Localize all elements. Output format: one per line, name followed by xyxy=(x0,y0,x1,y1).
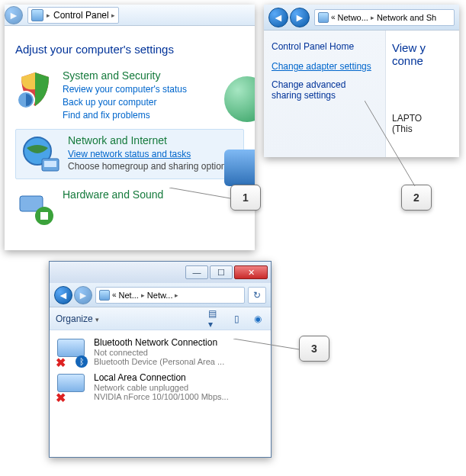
category-text: Hardware and Sound xyxy=(63,188,163,228)
connection-icon: ✖ xyxy=(56,372,88,403)
disconnected-icon: ✖ xyxy=(56,391,68,403)
hardware-icon xyxy=(15,188,55,228)
network-icon xyxy=(318,12,329,23)
disconnected-icon: ✖ xyxy=(56,355,68,368)
breadcrumb-item[interactable]: Net... xyxy=(119,291,139,300)
chevron-icon: ▸ xyxy=(371,14,374,21)
page-heading: Adjust your computer's settings xyxy=(15,43,244,56)
control-panel-icon xyxy=(31,9,43,21)
menu-label: Organize xyxy=(56,314,93,324)
connection-device: Bluetooth Device (Personal Area ... xyxy=(94,357,224,366)
network-icon xyxy=(99,290,110,301)
connections-list: ✖ ᛒ Bluetooth Network Connection Not con… xyxy=(50,330,271,457)
text-fragment: conne xyxy=(392,54,423,67)
network-connections-window: ― ☐ ✕ ◄ ► « Net... ▸ Netw... ▸ ↻ Organiz… xyxy=(49,261,272,458)
text-fragment: View y xyxy=(392,41,426,54)
category-network-internet[interactable]: Network and Internet View network status… xyxy=(15,129,244,179)
address-bar[interactable]: « Net... ▸ Netw... ▸ xyxy=(95,287,245,304)
category-desc[interactable]: Choose homegroup and sharing options xyxy=(68,161,230,173)
category-title[interactable]: System and Security xyxy=(63,69,187,82)
breadcrumb-text: Control Panel xyxy=(53,10,109,21)
forward-button[interactable]: ► xyxy=(74,286,92,304)
connection-text: Local Area Connection Network cable unpl… xyxy=(94,372,229,403)
address-bar[interactable]: ▸ Control Panel ▸ xyxy=(27,7,119,24)
breadcrumb-item[interactable]: Network and Sh xyxy=(377,13,436,22)
connection-name: Local Area Connection xyxy=(94,372,229,383)
shield-icon xyxy=(15,69,55,109)
right-column-peek xyxy=(220,76,255,250)
svg-rect-7 xyxy=(40,212,48,220)
titlebar: ― ☐ ✕ xyxy=(50,262,271,283)
connection-device: NVIDIA nForce 10/100/1000 Mbps... xyxy=(94,392,229,401)
link-view-network-status[interactable]: View network status and tasks xyxy=(68,148,230,161)
link-backup[interactable]: Back up your computer xyxy=(63,96,187,109)
breadcrumb-item[interactable]: Netwo... xyxy=(338,13,368,22)
forward-button[interactable]: ► xyxy=(5,6,23,24)
toolbar: Organize ▾ ▤ ▾ ▯ ◉ xyxy=(50,307,271,330)
preview-pane-button[interactable]: ▯ xyxy=(230,312,243,326)
sidebar: Control Panel Home Change adapter settin… xyxy=(264,31,386,157)
computer-label: LAPTO (This xyxy=(392,113,453,134)
category-hardware-sound: Hardware and Sound xyxy=(15,188,244,228)
forward-button[interactable]: ► xyxy=(290,8,310,27)
view-options-button[interactable]: ▤ ▾ xyxy=(208,312,222,326)
control-panel-body: Adjust your computer's settings System a… xyxy=(5,26,255,250)
navigation-bar: ◄ ► « Netwo... ▸ Network and Sh xyxy=(264,5,459,31)
minimize-button[interactable]: ― xyxy=(185,265,208,279)
svg-rect-4 xyxy=(44,161,56,167)
connection-name: Bluetooth Network Connection xyxy=(94,337,224,348)
globe-icon xyxy=(21,134,60,174)
main-content: View y conne LAPTO (This xyxy=(386,31,459,157)
navigation-bar: ◄ ► ▸ Control Panel ▸ xyxy=(5,5,255,26)
control-panel-window: ◄ ► ▸ Control Panel ▸ Adjust your comput… xyxy=(5,5,255,250)
category-text: Network and Internet View network status… xyxy=(68,134,230,174)
adapter-icon xyxy=(57,339,85,357)
category-system-security: System and Security Review your computer… xyxy=(15,69,244,121)
network-sharing-window: ◄ ► « Netwo... ▸ Network and Sh Control … xyxy=(264,5,459,157)
callout-3: 3 xyxy=(299,336,329,362)
back-button[interactable]: ◄ xyxy=(268,8,288,27)
breadcrumb-item[interactable]: Control Panel ▸ xyxy=(53,10,115,21)
chevron-icon: ▸ xyxy=(47,11,50,19)
organize-menu[interactable]: Organize ▾ xyxy=(56,314,99,324)
text-fragment: (This xyxy=(392,124,413,134)
adapter-icon xyxy=(57,374,85,392)
text-fragment: LAPTO xyxy=(392,113,422,124)
close-button[interactable]: ✕ xyxy=(234,265,268,279)
navigation-bar: ◄ ► « Net... ▸ Netw... ▸ ↻ xyxy=(50,283,271,307)
chevron-icon: ▸ xyxy=(111,11,115,19)
address-bar[interactable]: « Netwo... ▸ Network and Sh xyxy=(314,9,455,26)
connection-item-lan[interactable]: ✖ Local Area Connection Network cable un… xyxy=(53,370,268,405)
category-text: System and Security Review your computer… xyxy=(63,69,187,121)
connection-item-bluetooth[interactable]: ✖ ᛒ Bluetooth Network Connection Not con… xyxy=(53,335,268,370)
connection-icon: ✖ ᛒ xyxy=(56,337,88,368)
bluetooth-icon: ᛒ xyxy=(76,355,88,368)
connection-status: Network cable unplugged xyxy=(94,383,229,392)
sidebar-heading[interactable]: Control Panel Home xyxy=(272,41,378,52)
back-button[interactable]: ◄ xyxy=(54,286,72,304)
connection-text: Bluetooth Network Connection Not connect… xyxy=(94,337,224,368)
connection-status: Not connected xyxy=(94,348,224,357)
chevron-icon: ▸ xyxy=(141,291,145,299)
link-fix-problems[interactable]: Find and fix problems xyxy=(63,109,187,122)
chevron-icon: ▸ xyxy=(175,291,178,299)
maximize-button[interactable]: ☐ xyxy=(210,265,233,279)
appearance-icon xyxy=(224,150,255,186)
refresh-button[interactable]: ↻ xyxy=(248,287,266,304)
callout-2: 2 xyxy=(401,185,432,211)
callout-1: 1 xyxy=(230,185,261,211)
link-change-adapter-settings[interactable]: Change adapter settings xyxy=(272,61,378,72)
main-heading: View y conne xyxy=(392,41,453,67)
link-change-advanced-sharing[interactable]: Change advanced sharing settings xyxy=(272,79,378,101)
nav-arrows: ◄ ► xyxy=(268,8,310,27)
chevron-down-icon: ▾ xyxy=(95,316,99,323)
category-title[interactable]: Hardware and Sound xyxy=(63,188,163,201)
nav-arrows: ◄ ► xyxy=(5,6,23,24)
category-title[interactable]: Network and Internet xyxy=(68,134,230,146)
breadcrumb-item[interactable]: Netw... xyxy=(147,291,173,300)
user-accounts-icon xyxy=(224,76,255,122)
link-review-status[interactable]: Review your computer's status xyxy=(63,83,187,96)
window-body: Control Panel Home Change adapter settin… xyxy=(264,31,459,157)
help-button[interactable]: ◉ xyxy=(251,312,265,326)
nav-arrows: ◄ ► xyxy=(54,286,92,304)
